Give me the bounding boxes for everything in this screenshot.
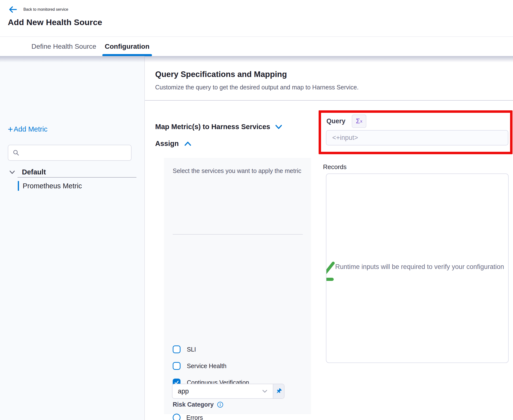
runtime-input-icon	[326, 259, 336, 282]
runtime-inputs-message: Runtime inputs will be required to verif…	[335, 263, 504, 271]
back-to-monitored-service-link[interactable]: Back to monitored service	[9, 6, 68, 13]
risk-category-header: Risk Category	[173, 401, 223, 408]
dropdown-value: app	[178, 388, 262, 395]
records-panel: Runtime inputs will be required to verif…	[326, 173, 509, 363]
sidebar-item-prometheus-metric[interactable]: Prometheus Metric	[18, 181, 82, 191]
chevron-up-icon	[184, 141, 191, 146]
search-icon	[13, 149, 19, 156]
arrow-left-icon	[9, 6, 17, 13]
page-title: Add New Health Source	[8, 18, 102, 27]
assign-panel: Select the services you want to apply th…	[164, 158, 311, 414]
checkbox-service-health[interactable]: Service Health	[173, 362, 227, 370]
selected-metric-indicator	[18, 181, 19, 191]
map-metrics-section-toggle[interactable]: Map Metric(s) to Harness Services	[155, 123, 282, 131]
tab-define-health-source[interactable]: Define Health Source	[31, 37, 96, 56]
group-name: Default	[22, 168, 46, 176]
checkbox-sli[interactable]: SLI	[173, 345, 196, 353]
chevron-down-icon	[262, 390, 267, 393]
tab-bar: Define Health Source Configuration	[0, 37, 513, 56]
add-health-source-page: Back to monitored service Add New Health…	[0, 0, 513, 420]
assign-section-toggle[interactable]: Assign	[155, 140, 191, 148]
group-divider	[18, 177, 136, 178]
page-section-heading: Query Specifications and Mapping	[155, 70, 287, 79]
section-divider	[145, 100, 513, 101]
panel-divider	[173, 234, 303, 235]
page-section-subheading: Customize the query to get the desired o…	[155, 84, 359, 91]
search-input[interactable]	[23, 149, 127, 157]
query-input-field[interactable]: <+input>	[326, 130, 508, 145]
metric-group-default[interactable]: Default	[9, 168, 46, 176]
records-label: Records	[323, 163, 347, 171]
chevron-down-icon	[275, 124, 282, 129]
back-link-label: Back to monitored service	[23, 7, 68, 12]
radio-circle	[173, 414, 180, 420]
info-icon[interactable]	[217, 401, 223, 408]
query-header: Query Σx	[326, 115, 366, 128]
metrics-sidebar: + Add Metric Default Prometheus Metric	[0, 56, 145, 420]
service-instance-dropdown[interactable]: app	[172, 384, 285, 399]
query-label: Query	[326, 117, 345, 125]
tab-configuration[interactable]: Configuration	[105, 37, 150, 56]
expression-builder-button[interactable]: Σx	[352, 115, 366, 128]
checkbox-box	[173, 362, 180, 370]
add-metric-button[interactable]: + Add Metric	[8, 125, 48, 133]
select-services-text: Select the services you want to apply th…	[173, 167, 304, 175]
radio-errors[interactable]: Errors	[173, 414, 203, 420]
plus-icon: +	[8, 126, 13, 133]
checkbox-box	[173, 345, 180, 353]
query-input-value: <+input>	[332, 134, 358, 142]
metric-search-box[interactable]	[8, 145, 132, 161]
pin-runtime-input-button[interactable]	[273, 384, 284, 398]
chevron-down-icon	[9, 170, 15, 174]
pushpin-icon	[275, 387, 283, 395]
